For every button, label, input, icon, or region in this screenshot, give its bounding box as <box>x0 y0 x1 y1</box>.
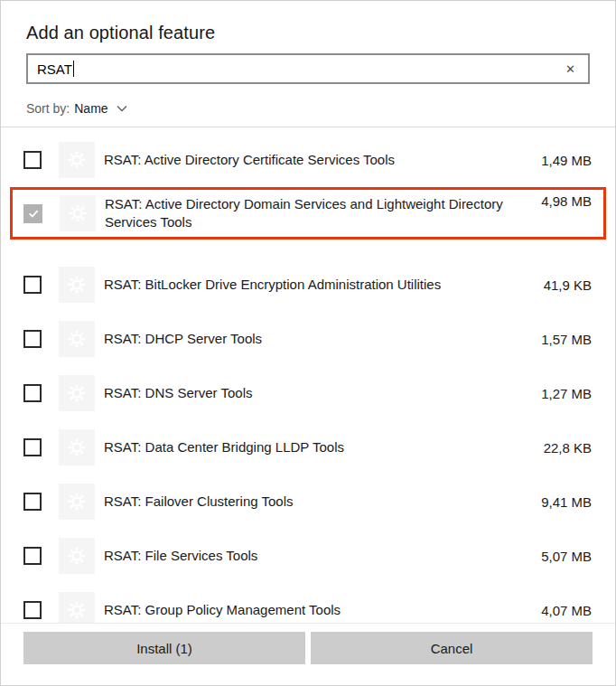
sort-by-value: Name <box>74 101 107 116</box>
sort-by-dropdown[interactable]: Sort by: Name <box>26 99 590 117</box>
feature-checkbox[interactable] <box>23 330 42 348</box>
app-placeholder-icon <box>59 142 95 178</box>
app-placeholder-icon <box>59 321 95 357</box>
feature-row[interactable]: RSAT: File Services Tools 5,07 MB <box>1 529 615 583</box>
chevron-down-icon <box>117 105 127 112</box>
add-optional-feature-dialog: Add an optional feature RSAT ✕ Sort by: … <box>0 0 616 686</box>
feature-checkbox[interactable] <box>23 276 42 294</box>
feature-checkbox[interactable] <box>23 204 42 223</box>
app-placeholder-icon <box>60 195 96 231</box>
feature-size: 41,9 KB <box>544 277 592 293</box>
feature-size: 5,07 MB <box>541 549 592 564</box>
feature-name: RSAT: DHCP Server Tools <box>104 330 262 348</box>
feature-checkbox[interactable] <box>23 493 42 511</box>
feature-size: 1,27 MB <box>541 386 592 401</box>
feature-name: RSAT: Active Directory Certificate Servi… <box>104 151 395 169</box>
feature-name: RSAT: BitLocker Drive Encryption Adminis… <box>104 276 441 294</box>
gear-icon <box>63 597 90 624</box>
footer-bar: Install (1) Cancel <box>1 623 615 685</box>
text-cursor <box>73 61 75 77</box>
feature-name: RSAT: Data Center Bridging LLDP Tools <box>104 438 344 456</box>
feature-name: RSAT: Group Policy Management Tools <box>104 601 341 619</box>
search-input-value: RSAT <box>37 61 72 77</box>
app-placeholder-icon <box>59 267 95 303</box>
feature-checkbox[interactable] <box>23 547 42 565</box>
app-placeholder-icon <box>59 538 95 574</box>
cancel-button[interactable]: Cancel <box>311 632 593 664</box>
feature-checkbox[interactable] <box>23 151 42 169</box>
app-placeholder-icon <box>59 429 95 465</box>
feature-size: 9,41 MB <box>541 494 592 510</box>
install-button[interactable]: Install (1) <box>23 632 305 664</box>
feature-size: 1,49 MB <box>541 153 592 168</box>
feature-name: RSAT: File Services Tools <box>104 547 257 565</box>
clear-search-icon[interactable]: ✕ <box>562 61 579 77</box>
feature-name: RSAT: Failover Clustering Tools <box>104 493 294 511</box>
checkmark-icon <box>27 207 40 220</box>
app-placeholder-icon <box>59 375 95 411</box>
app-placeholder-icon <box>59 484 95 520</box>
feature-list: RSAT: Active Directory Certificate Servi… <box>1 127 615 637</box>
feature-size: 22,8 KB <box>544 440 592 456</box>
feature-size: 1,57 MB <box>541 332 592 347</box>
feature-name: RSAT: Active Directory Domain Services a… <box>105 195 541 231</box>
feature-checkbox[interactable] <box>23 384 42 402</box>
gear-icon <box>63 488 90 515</box>
search-input[interactable]: RSAT ✕ <box>26 53 590 84</box>
feature-row[interactable]: RSAT: DHCP Server Tools 1,57 MB <box>1 312 615 366</box>
gear-icon <box>63 146 90 174</box>
feature-checkbox[interactable] <box>23 438 42 456</box>
gear-icon <box>63 434 90 461</box>
gear-icon <box>63 325 90 352</box>
feature-row[interactable]: RSAT: DNS Server Tools 1,27 MB <box>1 366 615 420</box>
page-title: Add an optional feature <box>26 23 590 43</box>
sort-by-label: Sort by: <box>26 101 70 116</box>
feature-name: RSAT: DNS Server Tools <box>104 384 253 402</box>
feature-row[interactable]: RSAT: BitLocker Drive Encryption Adminis… <box>1 258 615 312</box>
feature-row[interactable]: RSAT: Failover Clustering Tools 9,41 MB <box>1 475 615 529</box>
feature-checkbox[interactable] <box>23 601 42 619</box>
feature-size: 4,07 MB <box>541 603 592 618</box>
gear-icon <box>63 380 90 407</box>
gear-icon <box>64 200 91 227</box>
feature-row[interactable]: RSAT: Data Center Bridging LLDP Tools 22… <box>1 420 615 475</box>
gear-icon <box>63 542 90 569</box>
feature-size: 4,98 MB <box>541 193 592 209</box>
feature-row[interactable]: RSAT: Active Directory Domain Services a… <box>10 187 606 240</box>
gear-icon <box>63 271 90 298</box>
feature-row[interactable]: RSAT: Active Directory Certificate Servi… <box>1 133 615 187</box>
